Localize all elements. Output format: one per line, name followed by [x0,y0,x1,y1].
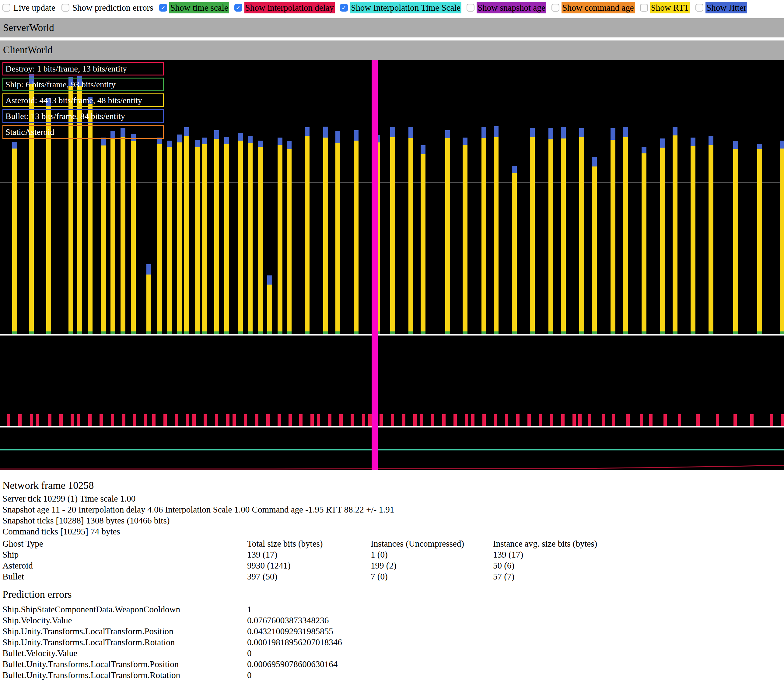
chart-legend: Destroy: 1 bits/frame, 13 bits/entityShi… [2,62,164,141]
current-frame-marker [372,60,378,470]
toolbar-item-label: Show Jitter [706,2,747,13]
toolbar-item-label: Live update [12,2,56,13]
ghost-table-cell: 57 (7) [493,571,597,582]
toolbar-item-show-rtt[interactable]: Show RTT [640,2,690,13]
toolbar-item-show-time-scale[interactable]: ✓Show time scale [159,2,229,13]
checkbox-icon[interactable] [640,3,648,12]
toolbar-item-live-update[interactable]: Live update [2,2,56,13]
toolbar-item-label: Show RTT [650,2,690,13]
ghost-table-cell: 397 (50) [247,571,371,582]
ghost-table-cell: 139 (17) [247,549,371,560]
prediction-error-cell: 0.0006959078600630164 [247,658,342,670]
ghost-table-header: Instances (Uncompressed) [371,538,493,549]
stat-line: Snapshot ticks [10288] 1308 bytes (10466… [2,515,394,526]
toolbar-item-show-prediction-errors[interactable]: Show prediction errors [62,2,154,13]
toolbar-item-show-jitter[interactable]: Show Jitter [696,2,747,13]
checkbox-icon[interactable]: ✓ [159,3,167,12]
prediction-error-cell: 0.00019818956207018346 [247,637,342,648]
stat-line: Snapshot age 11 - 20 Interpolation delay… [2,504,394,515]
network-frame-title: Network frame 10258 [2,480,94,491]
checkbox-icon[interactable] [2,3,10,12]
ghost-table-cell: 1 (0) [371,549,493,560]
toolbar-item-show-snapshot-age[interactable]: Show snapshot age [467,2,546,13]
legend-item: StaticAsteroid [2,125,164,139]
frame-stats: Server tick 10299 (1) Time scale 1.00Sna… [2,493,394,537]
checkbox-icon[interactable] [467,3,474,12]
ghost-table-cell: Ship [2,549,247,560]
toolbar-item-label: Show Interpolation Time Scale [350,2,461,13]
ghost-table: Ghost TypeTotal size bits (bytes)Instanc… [2,538,597,582]
prediction-error-cell: Ship.Velocity.Value [2,615,247,626]
ghost-table-cell: Bullet [2,571,247,582]
prediction-error-cell: 0.07676003873348236 [247,615,342,626]
snapshot-chart[interactable]: Destroy: 1 bits/frame, 13 bits/entityShi… [0,60,784,470]
stat-line: Server tick 10299 (1) Time scale 1.00 [2,493,394,504]
stat-line: Command ticks [10295] 74 bytes [2,526,394,537]
toolbar-item-label: Show interpolation delay [244,2,335,13]
prediction-errors-title: Prediction errors [2,588,72,600]
toolbar-item-show-command-age[interactable]: Show command age [552,2,635,13]
checkbox-icon[interactable] [62,3,69,12]
ghost-table-cell: 50 (6) [493,560,597,571]
client-world-label: ClientWorld [3,45,52,55]
ghost-table-cell: 7 (0) [371,571,493,582]
prediction-error-cell: Ship.Unity.Transforms.LocalTransform.Rot… [2,637,247,648]
prediction-error-cell: Bullet.Unity.Transforms.LocalTransform.P… [2,658,247,670]
prediction-error-cell: Ship.Unity.Transforms.LocalTransform.Pos… [2,626,247,637]
checkbox-icon[interactable] [696,3,703,12]
prediction-error-cell: Ship.ShipStateComponentData.WeaponCooldo… [2,604,247,615]
toolbar: Live updateShow prediction errors✓Show t… [0,0,784,15]
netdbg-page: Live updateShow prediction errors✓Show t… [0,0,784,700]
prediction-error-cell: 0 [247,648,342,658]
legend-item: Ship: 6 bits/frame, 93 bits/entity [2,78,164,91]
prediction-error-cell: Bullet.Unity.Transforms.LocalTransform.R… [2,670,247,680]
ghost-table-cell: 139 (17) [493,549,597,560]
legend-item: Destroy: 1 bits/frame, 13 bits/entity [2,62,164,75]
server-world-label: ServerWorld [3,22,54,33]
checkbox-icon[interactable] [552,3,559,12]
toolbar-item-show-interpolation-delay[interactable]: ✓Show interpolation delay [234,2,335,13]
toolbar-item-label: Show snapshot age [477,2,546,13]
prediction-error-cell: 1 [247,604,342,615]
toolbar-item-label: Show prediction errors [72,2,154,13]
checkbox-icon[interactable]: ✓ [234,3,242,12]
prediction-error-cell: Bullet.Velocity.Value [2,648,247,658]
ghost-table-header: Instance avg. size bits (bytes) [493,538,597,549]
legend-item: Asteroid: 4413 bits/frame, 48 bits/entit… [2,93,164,107]
server-world-header[interactable]: ServerWorld [0,18,784,37]
ghost-table-cell: 9930 (1241) [247,560,371,571]
ghost-table-cell: Asteroid [2,560,247,571]
client-world-header[interactable]: ClientWorld [0,40,784,60]
toolbar-item-show-interpolation-time-scale[interactable]: ✓Show Interpolation Time Scale [340,2,461,13]
legend-item: Bullet: 13 bits/frame, 84 bits/entity [2,109,164,123]
prediction-error-cell: 0 [247,670,342,680]
prediction-error-cell: 0.043210092931985855 [247,626,342,637]
checkbox-icon[interactable]: ✓ [340,3,348,12]
ghost-table-header: Ghost Type [2,538,247,549]
toolbar-item-label: Show command age [562,2,635,13]
toolbar-item-label: Show time scale [169,2,229,13]
prediction-errors-table: Ship.ShipStateComponentData.WeaponCooldo… [2,604,342,680]
ghost-table-header: Total size bits (bytes) [247,538,371,549]
ghost-table-cell: 199 (2) [371,560,493,571]
